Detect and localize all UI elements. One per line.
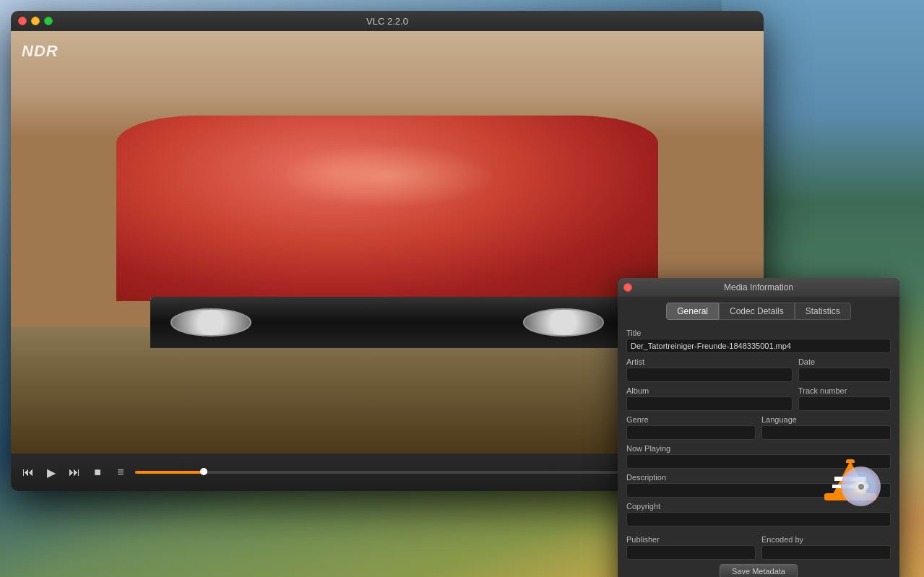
artist-field-group: Artist [626,357,793,382]
album-input[interactable] [626,396,793,411]
minimize-button[interactable] [31,17,40,25]
panel-titlebar: Media Information [618,278,899,297]
language-label: Language [761,415,891,424]
panel-close-button[interactable] [623,283,632,292]
vlc-titlebar: VLC 2.2.0 [11,11,764,31]
fast-forward-button[interactable]: ⏭ [66,464,83,481]
language-field-group: Language [761,415,891,440]
rewind-button[interactable]: ⏮ [20,464,37,481]
date-input[interactable] [798,368,891,382]
date-field-group: Date [798,357,891,382]
playlist-button[interactable]: ≡ [112,464,129,481]
encoded-by-input[interactable] [761,545,891,560]
tab-codec-details[interactable]: Codec Details [719,303,795,320]
play-pause-button[interactable]: ▶ [43,464,60,481]
vlc-title: VLC 2.2.0 [366,16,408,27]
publisher-encoded-row: Publisher Encoded by [626,535,891,560]
encoded-by-field-group: Encoded by [761,535,891,560]
track-number-input[interactable] [798,396,891,411]
panel-content: Title Artist Date Album Track number [618,323,899,577]
track-number-field-group: Track number [798,386,891,411]
maximize-button[interactable] [44,17,53,25]
album-field-group: Album [626,386,793,411]
publisher-label: Publisher [626,535,756,544]
publisher-field-group: Publisher [626,535,756,560]
vlc-cone-icon [819,444,882,508]
media-info-panel: Media Information General Codec Details … [618,278,899,577]
disc-hole [858,484,864,490]
genre-language-row: Genre Language [626,415,891,440]
artist-date-row: Artist Date [626,357,891,382]
panel-tabs: General Codec Details Statistics [618,297,899,323]
genre-input[interactable] [626,425,756,440]
genre-field-group: Genre [626,415,756,440]
stop-button[interactable]: ■ [89,464,106,481]
album-track-row: Album Track number [626,386,891,411]
car-hood-highlight [279,144,496,209]
disc-icon [841,467,881,506]
close-button[interactable] [18,17,27,25]
language-input[interactable] [761,425,891,440]
now-playing-logo-row: Now Playing Description Copyright [626,444,891,531]
title-label: Title [626,329,891,337]
tab-statistics[interactable]: Statistics [795,303,851,320]
headlight-right [523,308,605,337]
encoded-by-label: Encoded by [761,535,891,544]
artist-input[interactable] [626,368,793,382]
tab-general[interactable]: General [666,303,719,320]
album-label: Album [626,386,793,395]
save-metadata-button[interactable]: Save Metadata [720,564,798,577]
date-label: Date [798,357,891,366]
track-number-label: Track number [798,386,891,395]
car-hood [116,116,658,301]
artist-label: Artist [626,357,793,366]
ndr-watermark: NDR [22,42,59,61]
title-input[interactable] [626,339,891,353]
vlc-logo [819,444,882,509]
copyright-input[interactable] [626,512,891,526]
progress-handle [200,468,207,475]
panel-title: Media Information [724,282,793,292]
publisher-input[interactable] [626,545,756,560]
headlight-left [170,308,252,337]
traffic-lights [18,17,53,25]
genre-label: Genre [626,415,756,424]
progress-fill [135,471,204,474]
title-field-group: Title [626,329,891,353]
